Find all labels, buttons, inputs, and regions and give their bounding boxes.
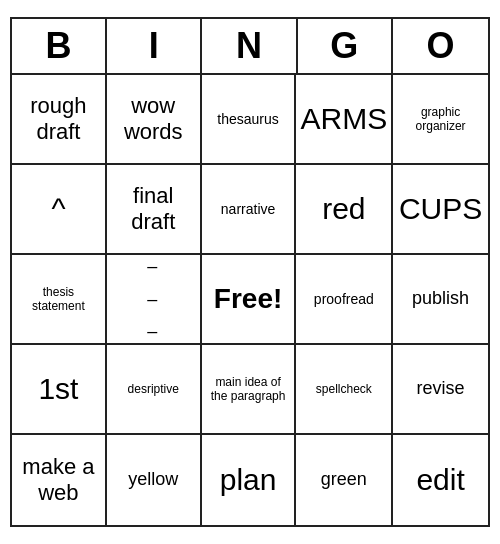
bingo-cell: narrative — [202, 165, 297, 255]
bingo-cell: CUPS — [393, 165, 488, 255]
bingo-cell: desriptive — [107, 345, 202, 435]
bingo-cell: publish — [393, 255, 488, 345]
bingo-grid: rough draftwow wordsthesaurusARMSgraphic… — [12, 75, 488, 525]
bingo-cell: ^ — [12, 165, 107, 255]
header-letter: B — [12, 19, 107, 73]
bingo-cell: wow words — [107, 75, 202, 165]
bingo-cell: red — [296, 165, 393, 255]
bingo-cell: Free! — [202, 255, 297, 345]
bingo-cell: spellcheck — [296, 345, 393, 435]
header-letter: G — [298, 19, 393, 73]
bingo-cell: revise — [393, 345, 488, 435]
bingo-cell: final draft — [107, 165, 202, 255]
header-letter: N — [202, 19, 297, 73]
bingo-card: BINGO rough draftwow wordsthesaurusARMSg… — [10, 17, 490, 527]
bingo-cell: thesis statement — [12, 255, 107, 345]
header-letter: I — [107, 19, 202, 73]
bingo-cell: green — [296, 435, 393, 525]
bingo-cell: make a web — [12, 435, 107, 525]
bingo-cell: graphic organizer — [393, 75, 488, 165]
header-letter: O — [393, 19, 488, 73]
bingo-cell: 1st — [12, 345, 107, 435]
bingo-cell: ––– — [107, 255, 202, 345]
bingo-cell: ARMS — [296, 75, 393, 165]
bingo-cell: yellow — [107, 435, 202, 525]
bingo-cell: main idea of the paragraph — [202, 345, 297, 435]
bingo-cell: rough draft — [12, 75, 107, 165]
bingo-cell: thesaurus — [202, 75, 297, 165]
bingo-cell: plan — [202, 435, 297, 525]
bingo-header: BINGO — [12, 19, 488, 75]
bingo-cell: edit — [393, 435, 488, 525]
bingo-cell: proofread — [296, 255, 393, 345]
